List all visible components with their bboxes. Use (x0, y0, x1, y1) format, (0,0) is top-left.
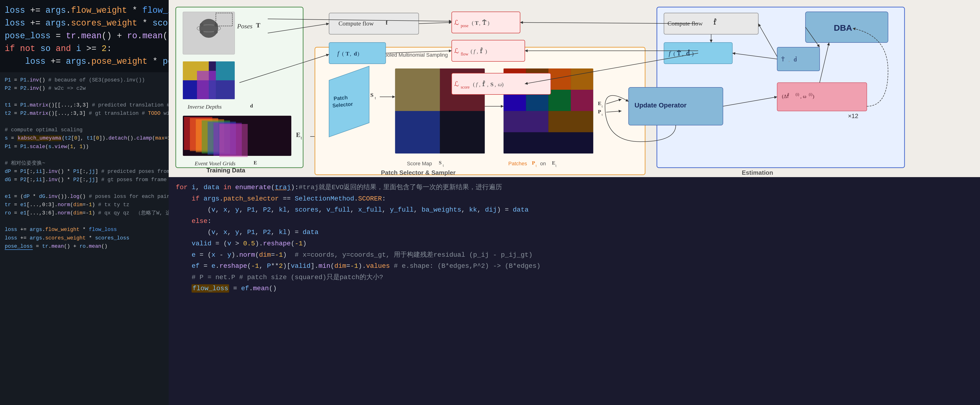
svg-text:×12: ×12 (848, 112, 858, 120)
svg-text:t: t (555, 164, 557, 167)
small-code-9: dP = P1[:,ii].inv() * P1[:,jj] # predict… (5, 167, 164, 176)
svg-text:): ) (488, 20, 490, 26)
svg-text:t: t (601, 105, 603, 108)
small-code-4: t2 = P2.matrix()[...,:3,3] # gt translat… (5, 109, 164, 118)
r-code-6: valid = (v > 0.5).reshape(-1) (176, 238, 973, 249)
small-code-blank4 (5, 184, 164, 192)
svg-text:t: t (601, 113, 603, 116)
small-code-blank1 (5, 92, 164, 101)
svg-rect-61 (571, 90, 593, 111)
svg-text:Score Map: Score Map (407, 161, 432, 166)
svg-text:(i): (i) (809, 92, 812, 97)
code-line-3: pose_loss = tr.mean() + ro.mean() (5, 30, 164, 43)
svg-rect-57 (571, 69, 593, 90)
svg-text:(: ( (673, 51, 675, 57)
svg-text:(: ( (471, 48, 473, 54)
svg-text:d: d (354, 51, 357, 57)
right-panel: Training Data Poses T Inverse Depths (169, 0, 980, 405)
code-line-2: loss += args.scores_weight * scores_loss (5, 17, 164, 30)
svg-text:, ω: , ω (800, 93, 806, 99)
code-line-1: loss += args.flow_weight * flow_loss (5, 4, 164, 17)
svg-point-6 (200, 23, 204, 27)
small-code-13: ro = e1[...,3:6].norm(dim=-1) # qx qy qz… (5, 209, 164, 217)
svg-text:(: ( (473, 81, 475, 88)
svg-text:DBA: DBA (834, 23, 852, 33)
small-code-blank5 (5, 217, 164, 225)
svg-text:(: ( (472, 20, 474, 26)
svg-text:,: , (788, 57, 790, 62)
svg-text:S: S (490, 81, 493, 88)
right-code-area: for i, data in enumerate(traj):#traj就是EV… (169, 177, 980, 405)
svg-point-4 (199, 19, 218, 38)
bottom-code-block: P1 = P1.inv() # because of (SE3(poses).i… (0, 72, 169, 405)
svg-text:Patch Selector & Sampler: Patch Selector & Sampler (381, 169, 455, 176)
svg-rect-60 (549, 90, 571, 111)
small-code-2: P2 = P2.inv() # w2c => c2w (5, 84, 164, 92)
svg-text:pose: pose (461, 23, 469, 28)
svg-rect-116 (452, 40, 525, 61)
svg-text:flow: flow (461, 52, 469, 56)
svg-text:Inverse Depths: Inverse Depths (187, 104, 222, 110)
svg-text:d: d (250, 103, 253, 108)
small-code-15: loss += args.scores_weight * scores_loss (5, 234, 164, 242)
svg-text:(i): (i) (795, 92, 799, 97)
svg-text:,: , (487, 81, 488, 88)
small-code-8: # 相对位姿变换~ (5, 159, 164, 167)
small-code-7: P1 = P1.scale(s.view(1, 1)) (5, 143, 164, 151)
small-code-3: t1 = P1.matrix()[[...,:3,3] # predicted … (5, 101, 164, 109)
svg-text:Estimation: Estimation (742, 169, 773, 176)
svg-rect-18 (209, 80, 235, 99)
svg-text:(Δf̂: (Δf̂ (782, 93, 789, 99)
left-panel: loss += args.flow_weight * flow_loss los… (0, 0, 169, 405)
svg-rect-62 (504, 111, 549, 132)
small-code-16: pose_loss = tr.mean() + ro.mean() (5, 242, 164, 250)
svg-point-8 (200, 30, 204, 34)
svg-text:,: , (477, 48, 478, 54)
svg-text:f: f (386, 19, 388, 26)
svg-text:t: t (536, 164, 537, 167)
svg-text:Training Data: Training Data (207, 167, 245, 174)
svg-text:(: ( (342, 51, 344, 57)
svg-text:,: , (495, 81, 496, 88)
svg-text:): ) (357, 51, 359, 57)
small-code-blank2 (5, 118, 164, 126)
svg-text:t: t (301, 136, 302, 140)
svg-rect-87 (777, 83, 867, 111)
svg-rect-48 (440, 111, 485, 153)
svg-rect-63 (549, 111, 593, 132)
r-code-5: (v, x, y, P1, P2, kl) = data (176, 227, 973, 238)
svg-text:Update Operator: Update Operator (635, 102, 687, 109)
small-code-1: P1 = P1.inv() # because of (SE3(poses).i… (5, 76, 164, 84)
svg-text:T̂: T̂ (482, 19, 487, 26)
r-code-9: # P = net.P # patch size (squared)只是patc… (176, 272, 973, 283)
svg-text:S: S (371, 92, 374, 98)
svg-text:Poses: Poses (237, 22, 253, 30)
svg-text:ℒ: ℒ (454, 19, 459, 26)
svg-text:E: E (552, 160, 555, 166)
svg-rect-28 (220, 124, 248, 157)
r-code-8: ef = e.reshape(-1, P**2)[valid].min(dim=… (176, 260, 973, 272)
svg-text:): ) (485, 48, 487, 54)
svg-text:Compute flow: Compute flow (339, 20, 374, 27)
r-code-2: if args.patch_selector == SelectionMetho… (176, 193, 973, 204)
svg-text:t: t (443, 163, 444, 167)
svg-text:score: score (461, 85, 470, 89)
svg-text:T̂: T̂ (781, 56, 785, 62)
small-code-blank3 (5, 151, 164, 159)
svg-text:P: P (532, 160, 535, 166)
code-line-5: loss += args.pose_weight * pose_loss (5, 55, 164, 68)
code-line-4: if not so and i >= 2: (5, 43, 164, 55)
svg-text:,: , (350, 51, 351, 57)
svg-text:t: t (375, 96, 376, 100)
svg-rect-15 (183, 80, 197, 99)
svg-text:E: E (296, 131, 301, 139)
svg-text:T: T (256, 21, 261, 29)
small-code-6: s = kabsch_umeyama(t2[0], t1[0]).detach(… (5, 134, 164, 142)
diagram-area: Training Data Poses T Inverse Depths (169, 0, 980, 177)
svg-text:ω: ω (498, 81, 502, 88)
small-code-11: e1 = (dP * dG.inv()).log() # poses loss … (5, 193, 164, 201)
top-code-block: loss += args.flow_weight * flow_loss los… (0, 0, 169, 72)
svg-text:E: E (254, 159, 257, 166)
svg-text:Patch: Patch (333, 94, 348, 102)
svg-text:ℒ: ℒ (454, 80, 459, 88)
